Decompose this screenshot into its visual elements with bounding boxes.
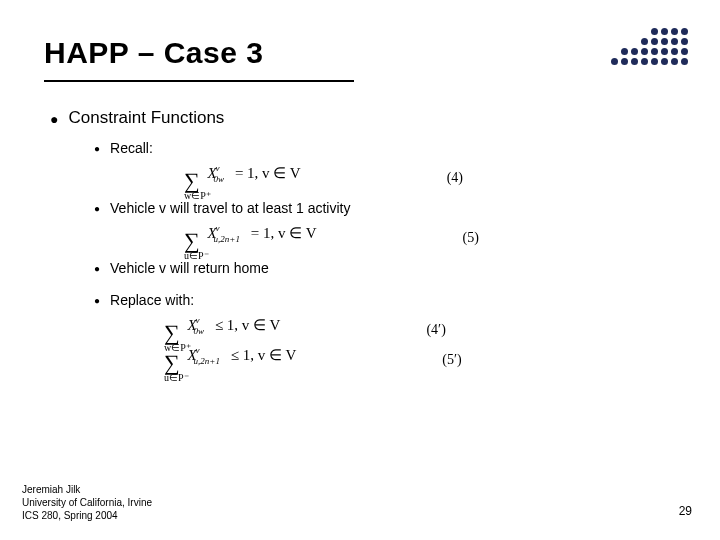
bullet-return-home: ● Vehicle v will return home (94, 260, 720, 278)
bullet-travel-activity: ● Vehicle v will travel to at least 1 ac… (94, 200, 720, 218)
equation-5: ∑u∈P⁻ Xvu,2n+1 = 1, v ∈ V (5) (184, 224, 720, 252)
bullet-replace-text: Replace with: (110, 292, 194, 308)
footer-author: Jeremiah Jilk (22, 483, 152, 496)
bullet-disc-icon: ● (94, 260, 100, 278)
title-underline (44, 80, 354, 82)
equation-4-number: (4) (447, 170, 463, 186)
bullet-level1-text: Constraint Functions (68, 108, 224, 128)
page-number: 29 (679, 504, 692, 518)
footer-course: ICS 280, Spring 2004 (22, 509, 152, 522)
bullet-disc-icon: ● (94, 140, 100, 158)
bullet-disc-icon: ● (50, 108, 58, 130)
slide-title: HAPP – Case 3 (44, 36, 720, 80)
equation-5prime: ∑u∈P⁻ Xvu,2n+1 ≤ 1, v ∈ V (5′) (164, 346, 720, 374)
equation-5-number: (5) (462, 230, 478, 246)
bullet-disc-icon: ● (94, 200, 100, 218)
equation-4prime: ∑w∈P⁺ Xv0w ≤ 1, v ∈ V (4′) (164, 316, 720, 344)
equation-4: ∑w∈P⁺ Xv0w = 1, v ∈ V (4) (184, 164, 720, 192)
footer-credits: Jeremiah Jilk University of California, … (22, 483, 152, 522)
bullet-return-text: Vehicle v will return home (110, 260, 269, 276)
bullet-replace-with: ● Replace with: (94, 292, 720, 310)
equation-5prime-number: (5′) (442, 352, 461, 368)
bullet-recall: ● Recall: (94, 140, 720, 158)
bullet-travel-text: Vehicle v will travel to at least 1 acti… (110, 200, 350, 216)
bullet-recall-text: Recall: (110, 140, 153, 156)
bullet-level1: ● Constraint Functions (50, 108, 720, 130)
equation-4prime-number: (4′) (426, 322, 445, 338)
footer-affiliation: University of California, Irvine (22, 496, 152, 509)
bullet-disc-icon: ● (94, 292, 100, 310)
